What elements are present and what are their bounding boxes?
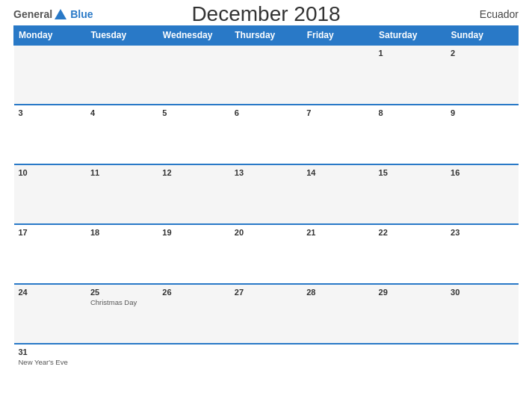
day-number: 26 <box>162 288 225 297</box>
calendar-cell <box>86 344 158 404</box>
calendar-table: MondayTuesdayWednesdayThursdayFridaySatu… <box>13 25 519 404</box>
calendar-cell: 26 <box>158 284 229 344</box>
calendar-cell <box>302 45 374 105</box>
calendar-cell: 22 <box>374 224 446 284</box>
day-number: 31 <box>19 347 81 356</box>
calendar-cell: 31New Year's Eve <box>14 344 86 404</box>
calendar-cell: 19 <box>158 224 229 284</box>
calendar-week-row: 17181920212223 <box>14 224 519 284</box>
calendar-cell: 25Christmas Day <box>86 284 158 344</box>
weekday-tuesday: Tuesday <box>86 26 158 46</box>
calendar-week-row: 12 <box>14 45 519 105</box>
day-number: 11 <box>90 168 153 177</box>
calendar-cell: 4 <box>86 105 158 164</box>
day-number: 27 <box>235 288 297 297</box>
day-number: 14 <box>306 168 369 177</box>
calendar-cell: 23 <box>446 224 518 284</box>
calendar-cell: 24 <box>14 284 86 344</box>
day-number: 16 <box>451 168 513 177</box>
calendar-week-row: 2425Christmas Day2627282930 <box>14 284 519 344</box>
logo: General Blue <box>13 7 93 21</box>
day-number: 4 <box>90 108 153 117</box>
calendar-cell <box>14 45 86 105</box>
weekday-monday: Monday <box>14 26 86 46</box>
calendar-cell <box>86 45 158 105</box>
weekday-header-row: MondayTuesdayWednesdayThursdayFridaySatu… <box>14 26 519 46</box>
month-title: December 2018 <box>191 2 340 26</box>
day-number: 22 <box>379 228 442 237</box>
calendar-cell: 2 <box>446 45 518 105</box>
calendar-cell: 9 <box>446 105 518 164</box>
calendar-cell: 5 <box>158 105 229 164</box>
weekday-wednesday: Wednesday <box>158 26 229 46</box>
calendar-cell: 30 <box>446 284 518 344</box>
day-number: 9 <box>451 108 513 117</box>
day-number: 18 <box>90 228 153 237</box>
calendar-cell <box>158 45 229 105</box>
logo-general-text: General <box>13 8 52 20</box>
calendar-cell: 11 <box>86 164 158 224</box>
calendar-header: General Blue December 2018 Ecuador <box>13 7 519 21</box>
day-number: 1 <box>379 49 442 58</box>
calendar-cell: 16 <box>446 164 518 224</box>
day-number: 7 <box>306 108 369 117</box>
calendar-cell <box>158 344 229 404</box>
logo-flag-icon <box>55 9 66 19</box>
day-number: 2 <box>451 49 513 58</box>
calendar-cell: 27 <box>230 284 302 344</box>
calendar-cell: 21 <box>302 224 374 284</box>
calendar-cell: 7 <box>302 105 374 164</box>
holiday-label: Christmas Day <box>90 298 153 306</box>
logo-blue-text: Blue <box>70 8 93 20</box>
calendar-cell: 18 <box>86 224 158 284</box>
day-number: 30 <box>451 288 513 297</box>
calendar-cell <box>230 45 302 105</box>
calendar-cell: 14 <box>302 164 374 224</box>
day-number: 5 <box>162 108 225 117</box>
calendar-cell: 10 <box>14 164 86 224</box>
day-number: 24 <box>19 288 81 297</box>
calendar-cell: 29 <box>374 284 446 344</box>
day-number: 12 <box>162 168 225 177</box>
calendar-cell <box>230 344 302 404</box>
weekday-saturday: Saturday <box>374 26 446 46</box>
calendar-cell: 20 <box>230 224 302 284</box>
day-number: 29 <box>379 288 442 297</box>
day-number: 8 <box>379 108 442 117</box>
day-number: 20 <box>235 228 297 237</box>
holiday-label: New Year's Eve <box>19 358 81 366</box>
calendar-cell <box>374 344 446 404</box>
day-number: 23 <box>451 228 513 237</box>
calendar-cell: 1 <box>374 45 446 105</box>
calendar-week-row: 10111213141516 <box>14 164 519 224</box>
weekday-friday: Friday <box>302 26 374 46</box>
weekday-thursday: Thursday <box>230 26 302 46</box>
day-number: 25 <box>90 288 153 297</box>
day-number: 13 <box>235 168 297 177</box>
calendar-cell: 3 <box>14 105 86 164</box>
calendar-cell: 17 <box>14 224 86 284</box>
calendar-cell <box>302 344 374 404</box>
day-number: 15 <box>379 168 442 177</box>
day-number: 28 <box>306 288 369 297</box>
weekday-sunday: Sunday <box>446 26 518 46</box>
country-label: Ecuador <box>480 8 519 20</box>
calendar-week-row: 31New Year's Eve <box>14 344 519 404</box>
svg-marker-0 <box>55 9 66 19</box>
day-number: 3 <box>19 108 81 117</box>
calendar-cell: 6 <box>230 105 302 164</box>
calendar-cell: 13 <box>230 164 302 224</box>
day-number: 10 <box>19 168 81 177</box>
calendar-cell: 28 <box>302 284 374 344</box>
calendar-cell: 12 <box>158 164 229 224</box>
calendar-cell: 15 <box>374 164 446 224</box>
calendar-cell: 8 <box>374 105 446 164</box>
calendar-cell <box>446 344 518 404</box>
day-number: 17 <box>19 228 81 237</box>
day-number: 19 <box>162 228 225 237</box>
day-number: 6 <box>235 108 297 117</box>
day-number: 21 <box>306 228 369 237</box>
calendar-week-row: 3456789 <box>14 105 519 164</box>
